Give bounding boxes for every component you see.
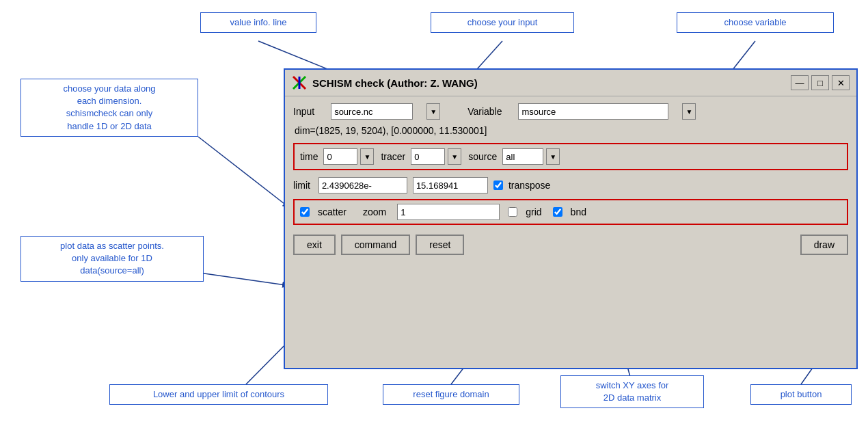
tracer-dropdown-button[interactable]: ▼	[448, 148, 461, 165]
limit-row: limit transpose	[293, 177, 848, 193]
annotation-reset-figure: reset figure domain	[383, 384, 519, 405]
dialog-titlebar: SCHISM check (Author: Z. WANG) — □ ✕	[285, 70, 856, 96]
transpose-label: transpose	[508, 180, 550, 191]
scatter-label: scatter	[318, 206, 347, 217]
source-input[interactable]	[502, 148, 543, 165]
annotation-plot-button: plot button	[750, 384, 852, 405]
tracer-field: tracer ▼	[381, 148, 461, 165]
input-field[interactable]	[331, 103, 413, 120]
zoom-input[interactable]	[397, 204, 500, 220]
time-dropdown-button[interactable]: ▼	[360, 148, 374, 165]
source-field: source ▼	[468, 148, 560, 165]
time-input[interactable]	[323, 148, 357, 165]
time-field: time ▼	[300, 148, 374, 165]
svg-line-5	[195, 272, 290, 286]
annotation-choose-input: choose your input	[431, 12, 574, 33]
close-button[interactable]: ✕	[832, 75, 850, 90]
svg-line-4	[198, 137, 290, 209]
exit-button[interactable]: exit	[293, 235, 336, 255]
annotation-switch-xy: switch XY axes for 2D data matrix	[560, 375, 704, 408]
input-dropdown-button[interactable]: ▼	[426, 103, 440, 120]
limit-lower-input[interactable]	[318, 177, 407, 193]
annotation-value-info-line: value info. line	[200, 12, 316, 33]
bnd-label: bnd	[571, 206, 586, 217]
source-dropdown-button[interactable]: ▼	[546, 148, 560, 165]
variable-dropdown-button[interactable]: ▼	[682, 103, 696, 120]
command-button[interactable]: command	[341, 235, 410, 255]
variable-field[interactable]	[518, 103, 668, 120]
dialog-window: SCHISM check (Author: Z. WANG) — □ ✕ Inp…	[284, 68, 858, 369]
zoom-label: zoom	[363, 206, 386, 217]
annotation-plot-scatter: plot data as scatter points. only availa…	[21, 236, 204, 282]
grid-checkbox[interactable]	[508, 207, 517, 217]
annotation-lower-upper-limit: Lower and upper limit of contours	[109, 384, 328, 405]
draw-button[interactable]: draw	[800, 235, 848, 255]
input-label: Input	[293, 106, 314, 117]
dialog-title: SCHISM check (Author: Z. WANG)	[312, 77, 788, 89]
tracer-label: tracer	[381, 151, 405, 162]
annotation-choose-data-along: choose your data along each dimension. s…	[21, 79, 198, 137]
time-label: time	[300, 151, 318, 162]
maximize-button[interactable]: □	[811, 75, 829, 90]
grid-label: grid	[526, 206, 541, 217]
bnd-checkbox[interactable]	[553, 207, 562, 217]
limit-upper-input[interactable]	[413, 177, 488, 193]
buttons-row: exit command reset draw	[293, 235, 848, 255]
scatter-row: scatter zoom grid bnd	[293, 199, 848, 225]
dim-info-line: dim=(1825, 19, 5204), [0.000000, 11.5300…	[293, 125, 848, 136]
reset-button[interactable]: reset	[416, 235, 464, 255]
source-label: source	[468, 151, 497, 162]
scatter-checkbox[interactable]	[300, 207, 310, 217]
schism-icon	[292, 75, 307, 90]
dimension-row: time ▼ tracer ▼ source ▼	[293, 143, 848, 170]
input-variable-row: Input ▼ Variable ▼	[293, 103, 848, 120]
dialog-body: Input ▼ Variable ▼ dim=(1825, 19, 5204),…	[285, 96, 856, 262]
annotation-choose-variable: choose variable	[677, 12, 834, 33]
transpose-checkbox[interactable]	[493, 181, 503, 190]
limit-label: limit	[293, 180, 310, 191]
minimize-button[interactable]: —	[791, 75, 809, 90]
variable-label: Variable	[467, 106, 502, 117]
tracer-input[interactable]	[411, 148, 445, 165]
